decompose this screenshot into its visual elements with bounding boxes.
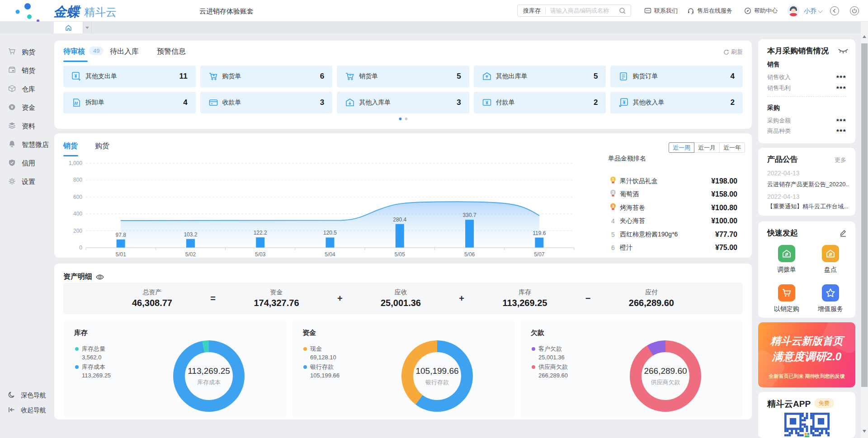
- order-icon: [610, 71, 628, 81]
- svg-text:200: 200: [73, 228, 82, 234]
- sidebar-item-sales[interactable]: 销货: [0, 61, 51, 80]
- quick-action-以销定购[interactable]: 以销定购: [769, 284, 805, 313]
- pending-tab-0[interactable]: 待审核: [63, 47, 85, 57]
- rank-number: 5: [608, 231, 618, 238]
- avatar[interactable]: [788, 5, 799, 17]
- tile-count: 3: [457, 98, 461, 107]
- donut-chart-资金: 105,199.66银行存款: [401, 340, 473, 412]
- brand-logo[interactable]: 金蝶 精斗云: [13, 0, 52, 22]
- svg-text:120.5: 120.5: [323, 230, 337, 236]
- asset-col-库存: 库存113,269.25: [502, 288, 547, 308]
- contact-us-link[interactable]: 联系我们: [644, 0, 678, 22]
- banner-line2: 满意度调研2.0: [758, 349, 855, 364]
- contact-us-label: 联系我们: [654, 7, 678, 15]
- scroll-up-arrow[interactable]: [863, 35, 866, 38]
- sidebar-collapse-nav-toggle[interactable]: 收起导航: [0, 404, 59, 417]
- svg-text:5/01: 5/01: [115, 251, 126, 258]
- quick-action-调拨单[interactable]: 调拨单: [769, 245, 805, 274]
- refresh-button[interactable]: 刷新: [723, 48, 743, 56]
- sidebar-item-purchase[interactable]: 购货: [0, 43, 51, 61]
- asset-col-应收: 应收25,001.36: [381, 288, 421, 308]
- assets-formula: 总资产46,308.77=资金174,327.76+应收25,001.36+库存…: [63, 283, 743, 314]
- ranking-row-4: 4夹心海苔¥100.00: [608, 215, 737, 228]
- pending-tile-购货单[interactable]: 购货单6: [200, 66, 333, 87]
- donut-chart-欠款: 266,289.60供应商欠款: [630, 340, 701, 412]
- search-icon[interactable]: [619, 7, 626, 14]
- pending-tile-其他出库单[interactable]: 其他出库单5: [474, 66, 606, 87]
- svg-text:¥: ¥: [75, 74, 77, 79]
- pending-tile-购货订单[interactable]: 购货订单4: [610, 66, 743, 87]
- more-link[interactable]: 更多: [835, 156, 846, 164]
- tab-purchase[interactable]: 购货: [95, 141, 109, 151]
- sidebar-item-warehouse[interactable]: 仓库: [0, 80, 51, 99]
- sidebar-item-smart-store[interactable]: 智慧微店: [0, 136, 51, 154]
- product-ranking: 单品金额排名 1果汁饮品礼盒¥198.002葡萄酒¥158.003烤海苔卷¥10…: [608, 155, 737, 254]
- pending-tile-其他支出单[interactable]: ¥其他支出单11: [63, 66, 196, 87]
- eye-icon[interactable]: [96, 274, 104, 280]
- formula-operator: +: [459, 293, 464, 304]
- donut-center-label: 银行存款: [425, 378, 449, 386]
- svg-text:330.7: 330.7: [463, 212, 476, 218]
- sidebar-dark-nav-toggle[interactable]: 深色导航: [0, 389, 59, 402]
- username[interactable]: 小乔: [804, 7, 816, 15]
- announcement-link[interactable]: 【重要通知】精斗云工作台域...: [767, 203, 849, 211]
- donut-center-label: 供应商欠款: [651, 378, 680, 386]
- tab-sales[interactable]: 销货: [63, 141, 78, 151]
- sidebar-item-credit[interactable]: 信用: [0, 154, 51, 173]
- carousel-dot[interactable]: [405, 118, 407, 120]
- svg-text:0: 0: [79, 245, 82, 251]
- donut-center-value: 105,199.66: [415, 366, 458, 376]
- scrollbar-thumb[interactable]: [861, 43, 868, 387]
- edit-icon[interactable]: [839, 229, 847, 237]
- carousel-dots[interactable]: [399, 118, 407, 120]
- back-button[interactable]: [830, 6, 839, 15]
- tile-count: 5: [594, 72, 598, 81]
- svg-text:3: 3: [612, 203, 614, 208]
- pending-tile-付款单[interactable]: ¥付款单2: [474, 92, 606, 113]
- quick-actions-card: 快速发起 调拨单盘点以销定购增值服务: [758, 221, 855, 318]
- pending-tile-销货单[interactable]: 销货单5: [337, 66, 469, 87]
- tile-count: 6: [320, 72, 324, 81]
- svg-text:122.2: 122.2: [254, 230, 267, 236]
- quick-action-增值服务[interactable]: 增值服务: [812, 284, 849, 313]
- scroll-down-arrow[interactable]: [863, 430, 866, 433]
- rank-number: 6: [608, 244, 618, 251]
- sidebar-item-data[interactable]: 资料: [0, 117, 51, 136]
- range-button-近一周[interactable]: 近一周: [669, 142, 694, 153]
- range-button-近一年[interactable]: 近一年: [719, 142, 745, 153]
- logout-button[interactable]: [850, 6, 859, 15]
- sidebar-item-settings[interactable]: 设置: [0, 173, 51, 191]
- chevron-down-icon[interactable]: [818, 8, 822, 13]
- pending-tile-其他收入单[interactable]: ¥其他收入单2: [610, 92, 743, 113]
- stat-row-销售收入: 销售收入***: [767, 73, 846, 81]
- chat-icon: [644, 7, 651, 14]
- quick-action-盘点[interactable]: 盘点: [812, 245, 849, 274]
- search-box[interactable]: 搜库存 请输入商品编码或名称: [517, 5, 631, 17]
- carousel-dot-active[interactable]: [399, 118, 401, 120]
- svg-text:1: 1: [612, 177, 614, 181]
- sidebar-item-funds[interactable]: ¥资金: [0, 99, 51, 117]
- tab-dropdown-button[interactable]: [83, 22, 92, 33]
- pending-tab-2[interactable]: 预警信息: [157, 47, 186, 57]
- after-sales-link[interactable]: 售后在线服务: [687, 0, 732, 22]
- donut-center-value: 266,289.60: [644, 366, 687, 376]
- announcements-card: 产品公告 更多 2022-04-13云进销存产品更新公告_20220...202…: [758, 148, 855, 216]
- survey-banner[interactable]: 精斗云新版首页 满意度调研2.0 全新首页已到来 期待收到您的反馈: [758, 322, 855, 387]
- logo-text: 金蝶: [53, 3, 80, 21]
- pending-tab-1[interactable]: 待出入库: [110, 47, 139, 57]
- pending-tile-拆卸单[interactable]: 拆卸单4: [63, 92, 196, 113]
- range-button-近一月[interactable]: 近一月: [694, 142, 720, 153]
- home-tab[interactable]: [54, 22, 83, 33]
- formula-operator: −: [585, 293, 591, 304]
- asset-col-资金: 资金174,327.76: [254, 288, 299, 308]
- scrollbar[interactable]: [861, 22, 868, 438]
- asset-panel-库存: 库存库存总量3,562.0库存成本113,269.25113,269.25库存成…: [64, 320, 286, 418]
- pending-tile-收款单[interactable]: 收款单3: [200, 92, 333, 113]
- pending-tile-其他入库单[interactable]: 其他入库单3: [337, 92, 469, 113]
- eye-closed-icon[interactable]: [838, 48, 848, 54]
- help-center-label: 帮助中心: [754, 7, 778, 15]
- help-center-link[interactable]: 帮助中心: [744, 0, 778, 22]
- announcement-link[interactable]: 云进销存产品更新公告_20220...: [767, 180, 849, 188]
- search-scope-label[interactable]: 搜库存: [518, 7, 545, 15]
- search-placeholder[interactable]: 请输入商品编码或名称: [546, 7, 619, 15]
